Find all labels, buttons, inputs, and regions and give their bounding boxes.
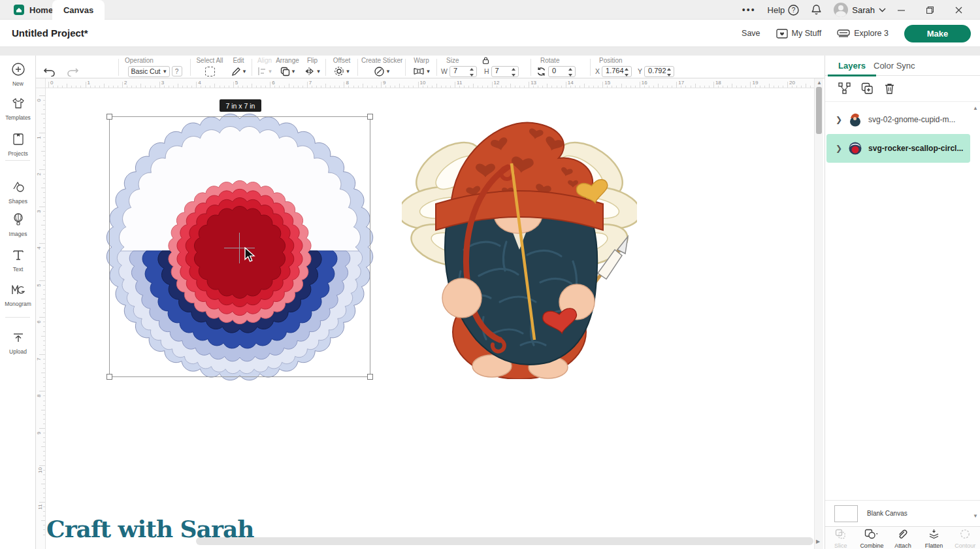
ruler-tick: [140, 84, 141, 88]
ruler-tick: [41, 373, 45, 373]
width-input[interactable]: 7: [449, 66, 477, 77]
duplicate-icon[interactable]: [861, 82, 874, 95]
ruler-tick: [95, 86, 95, 88]
save-button[interactable]: Save: [742, 29, 760, 38]
combine-button[interactable]: Combine: [857, 527, 888, 549]
resize-handle-bottom-right[interactable]: [367, 374, 373, 380]
ruler-tick: [446, 86, 446, 88]
layer-row-scallop[interactable]: ❯ svg-rocker-scallop-circl...: [826, 134, 970, 163]
sidebar-item-images[interactable]: Images: [0, 212, 36, 237]
minimize-button[interactable]: [898, 7, 915, 14]
sidebar-item-templates[interactable]: Templates: [0, 96, 36, 121]
x-stepper[interactable]: [625, 68, 630, 76]
shapes-icon: [11, 180, 25, 194]
chevron-right-icon[interactable]: ❯: [836, 144, 842, 153]
operation-help-button[interactable]: ?: [172, 66, 182, 76]
explore-machine-button[interactable]: Explore 3: [837, 29, 889, 38]
ruler-tick: [210, 86, 210, 88]
ruler-tick: [455, 82, 455, 88]
tab-canvas[interactable]: Canvas: [52, 0, 105, 20]
blank-canvas-swatch[interactable]: [834, 505, 858, 522]
ruler-tick: [39, 133, 45, 133]
resize-handle-top-right[interactable]: [367, 114, 373, 120]
my-stuff-button[interactable]: My Stuff: [776, 29, 822, 39]
design-canvas[interactable]: 01234567891011121314151617181920 0123456…: [36, 78, 825, 549]
vertical-scrollbar[interactable]: ▲: [814, 78, 823, 549]
sidebar-label: Templates: [0, 114, 36, 121]
notifications-bell-icon[interactable]: [811, 4, 822, 16]
ruler-tick: [524, 86, 525, 88]
edit-label: Edit: [227, 56, 250, 65]
selection-bounding-box[interactable]: [109, 116, 370, 377]
offset-icon: [334, 66, 344, 76]
projects-clipboard-icon: [11, 132, 25, 146]
make-button[interactable]: Make: [904, 25, 971, 42]
ruler-tick: [86, 82, 86, 88]
sidebar-item-upload[interactable]: Upload: [0, 330, 36, 355]
panel-scroll-up-arrow[interactable]: ▲: [973, 105, 978, 111]
layer-row-gnome[interactable]: ❯ svg-02-gnome-cupid-m...: [826, 105, 970, 134]
edit-button[interactable]: Edit ▾: [227, 56, 250, 78]
scroll-up-arrow[interactable]: ▲: [817, 80, 822, 86]
y-stepper[interactable]: [667, 68, 672, 76]
blank-canvas-label: Blank Canvas: [867, 510, 907, 517]
width-stepper[interactable]: [470, 68, 475, 76]
sidebar-item-monogram[interactable]: Monogram: [0, 282, 36, 307]
help-button[interactable]: Help ?: [768, 5, 800, 16]
rotate-stepper[interactable]: [568, 68, 574, 76]
ruler-tick: [90, 86, 91, 88]
lock-icon[interactable]: [482, 56, 490, 65]
ruler-tick: [43, 488, 46, 489]
sidebar-item-new[interactable]: New: [0, 62, 36, 87]
ruler-tick: [676, 82, 677, 88]
edit-toolbar: Operation Basic Cut ▾ ? Select All Edit …: [36, 56, 825, 78]
create-sticker-button[interactable]: Create Sticker ▾: [361, 56, 402, 78]
sidebar-item-shapes[interactable]: Shapes: [0, 180, 36, 205]
close-button[interactable]: [955, 7, 972, 14]
ruler-tick: [43, 497, 46, 498]
undo-icon[interactable]: [43, 67, 56, 76]
tab-layers[interactable]: Layers: [838, 61, 866, 71]
height-stepper[interactable]: [512, 68, 517, 76]
arrange-button[interactable]: Arrange ▾: [275, 56, 300, 78]
overflow-menu-button[interactable]: •••: [742, 5, 756, 15]
sidebar-item-text[interactable]: Text: [0, 248, 36, 273]
vertical-scrollbar-thumb[interactable]: [816, 87, 822, 134]
y-input[interactable]: 0.792: [644, 66, 674, 77]
group-icon[interactable]: [838, 82, 851, 95]
flatten-button[interactable]: Flatten: [919, 527, 950, 549]
ruler-tick: [695, 84, 696, 88]
flip-button[interactable]: Flip ▾: [301, 56, 323, 78]
user-menu[interactable]: Sarah: [834, 3, 886, 17]
ruler-tick: [41, 225, 45, 225]
ruler-tick: [464, 86, 465, 88]
blank-canvas-row[interactable]: Blank Canvas: [825, 500, 980, 526]
select-all-button[interactable]: Select All: [194, 56, 225, 78]
ruler-tick: [43, 202, 46, 203]
offset-button[interactable]: Offset ▾: [329, 56, 354, 78]
maximize-button[interactable]: [926, 7, 943, 14]
tab-color-sync[interactable]: Color Sync: [874, 61, 915, 71]
ruler-tick: [43, 165, 46, 165]
attach-button[interactable]: Attach: [887, 527, 919, 549]
resize-handle-bottom-left[interactable]: [106, 374, 112, 380]
ruler-tick: [769, 84, 770, 88]
resize-handle-top-left[interactable]: [106, 114, 112, 120]
trash-icon[interactable]: [884, 82, 895, 95]
chevron-right-icon[interactable]: ❯: [836, 115, 842, 124]
horizontal-scrollbar-thumb[interactable]: [196, 537, 813, 545]
operation-dropdown[interactable]: Basic Cut ▾: [128, 66, 170, 77]
rotate-input[interactable]: 0: [548, 66, 576, 77]
sidebar-item-projects[interactable]: Projects: [0, 132, 36, 157]
scroll-right-arrow[interactable]: ▶: [816, 539, 820, 544]
ruler-tick: [307, 82, 308, 88]
warp-button[interactable]: Warp ▾: [408, 56, 434, 78]
x-input[interactable]: 1.764: [602, 66, 632, 77]
gnome-cupid-artwork[interactable]: [402, 105, 637, 379]
ruler-number: 1: [36, 136, 42, 139]
ruler-tick: [43, 308, 46, 308]
height-input[interactable]: 7: [491, 66, 519, 77]
ruler-tick: [256, 86, 257, 88]
watermark-logo: Craft with Sarah: [46, 515, 253, 542]
ruler-tick: [43, 401, 46, 401]
